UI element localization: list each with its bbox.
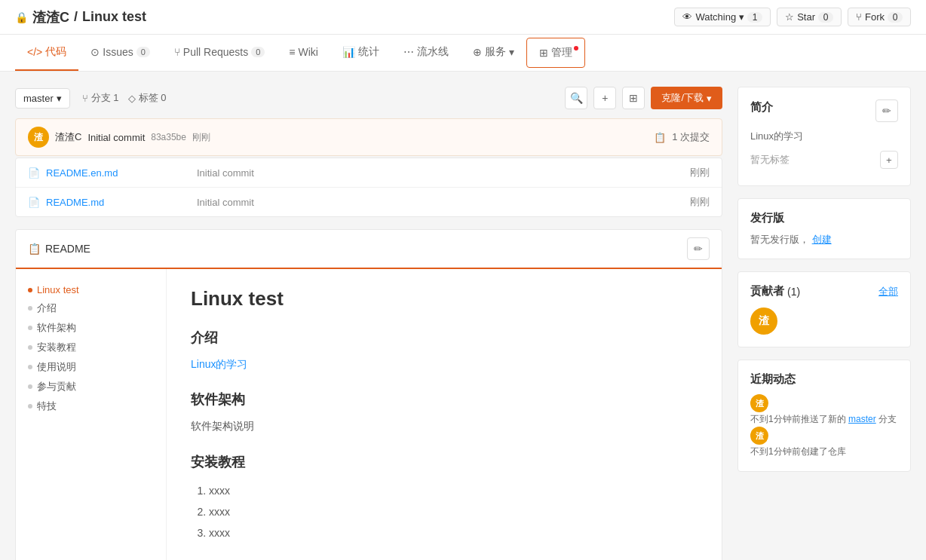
toc-bullet: [28, 384, 32, 389]
clone-dropdown-icon: ▾: [707, 93, 712, 104]
commit-row: 渣 渣渣C Initial commit 83a35be 刚刚 📋 1 次提交: [15, 118, 722, 156]
commit-author: 渣渣C: [55, 130, 81, 144]
branch-bar: master ▾ ⑂ 分支 1 ◇ 标签 0 🔍: [15, 87, 722, 109]
contributors-header: 贡献者 (1) 全部: [750, 284, 898, 298]
activity-branch-link[interactable]: master: [848, 414, 876, 424]
table-row: 📄 README.en.md Initial commit 刚刚: [16, 158, 722, 188]
issues-badge: 0: [136, 47, 150, 57]
toc-bullet: [28, 404, 32, 409]
readme-section3-title: 安装教程: [191, 453, 698, 471]
toc-item-linux-test[interactable]: Linux test: [28, 281, 154, 298]
fork-icon: ⑂: [856, 11, 862, 23]
file-name[interactable]: README.md: [46, 197, 197, 208]
search-button[interactable]: 🔍: [565, 87, 587, 109]
fork-button[interactable]: ⑂ Fork 0: [848, 8, 911, 26]
add-tag-button[interactable]: +: [880, 151, 898, 169]
commit-author-avatar: 渣: [28, 127, 49, 148]
readme-section2-text: 软件架构说明: [191, 418, 698, 434]
toc-label: 使用说明: [37, 360, 76, 374]
intro-edit-button[interactable]: ✏: [875, 99, 898, 122]
list-item: xxxx: [209, 480, 698, 501]
readme-content: Linux test 介绍 Linux的学习 软件架构 软件架构说明 安装教程 …: [167, 269, 722, 560]
manage-red-dot: [574, 46, 578, 50]
readme-icon: 📋: [28, 243, 41, 255]
pr-icon: ⑂: [174, 46, 180, 58]
sidebar-release-title: 发行版: [750, 211, 898, 225]
tab-code[interactable]: </> 代码: [15, 35, 78, 71]
branch-icon: ⑂: [82, 93, 88, 104]
list-item: xxxx: [209, 501, 698, 522]
sidebar-contributors: 贡献者 (1) 全部 渣: [737, 271, 911, 347]
toc-item-arch[interactable]: 软件架构: [28, 318, 154, 338]
tab-stats[interactable]: 📊 统计: [330, 35, 391, 71]
view-button[interactable]: ⊞: [622, 87, 645, 109]
file-time: 刚刚: [690, 166, 710, 179]
commit-right: 📋 1 次提交: [654, 130, 710, 144]
star-button[interactable]: ☆ Star 0: [777, 8, 842, 26]
repo-name-link[interactable]: Linux test: [82, 9, 146, 25]
lock-icon: 🔒: [15, 11, 28, 23]
sidebar-intro: 简介 ✏ Linux的学习 暂无标签 +: [737, 87, 911, 186]
toc-item-install[interactable]: 安装教程: [28, 338, 154, 357]
repo-owner-link[interactable]: 渣渣C: [32, 8, 69, 26]
eye-icon: 👁: [682, 11, 692, 23]
file-commit: Initial commit: [197, 167, 690, 179]
toc-item-special[interactable]: 特技: [28, 396, 154, 416]
top-actions: 👁 Watching ▾ 1 ☆ Star 0 ⑂ Fork 0: [674, 8, 911, 26]
file-icon: 📄: [28, 167, 40, 179]
tab-pipeline[interactable]: ⋯ 流水线: [391, 35, 461, 71]
contributors-count: (1): [787, 286, 800, 298]
right-panel: 简介 ✏ Linux的学习 暂无标签 + 发行版 暂无发行版， 创建: [737, 87, 911, 560]
commit-hash[interactable]: 83a35be: [151, 132, 186, 142]
readme-edit-button[interactable]: ✏: [687, 237, 710, 260]
grid-icon: ⊞: [629, 92, 638, 104]
tab-manage-label: 管理: [551, 46, 572, 60]
file-list: 📄 README.en.md Initial commit 刚刚 📄 READM…: [15, 158, 722, 217]
contributor-avatar[interactable]: 渣: [750, 308, 777, 335]
plus-icon: +: [602, 92, 608, 104]
toc-item-usage[interactable]: 使用说明: [28, 357, 154, 377]
toc-item-intro[interactable]: 介绍: [28, 298, 154, 318]
issues-icon: ⊙: [90, 46, 100, 58]
watching-dropdown-icon: ▾: [739, 11, 744, 23]
tab-wiki-label: Wiki: [299, 46, 318, 58]
commit-count: 1 次提交: [672, 130, 710, 144]
branch-select[interactable]: master ▾: [15, 88, 70, 109]
toc-item-contrib[interactable]: 参与贡献: [28, 377, 154, 396]
readme-section: 📋 README ✏ Linux test 介绍: [15, 229, 722, 560]
sidebar-tags-row: 暂无标签 +: [750, 151, 898, 169]
sidebar-no-release: 暂无发行版， 创建: [750, 233, 898, 246]
tab-pr[interactable]: ⑂ Pull Requests 0: [162, 35, 277, 70]
watching-button[interactable]: 👁 Watching ▾ 1: [674, 8, 771, 26]
tab-service[interactable]: ⊕ 服务 ▾: [461, 35, 526, 71]
branch-left: master ▾ ⑂ 分支 1 ◇ 标签 0: [15, 88, 166, 109]
star-count: 0: [818, 12, 833, 23]
toc-label: 参与贡献: [37, 380, 76, 393]
star-icon: ☆: [785, 11, 794, 23]
add-button[interactable]: +: [593, 87, 616, 109]
commit-time: 刚刚: [192, 131, 210, 144]
watching-count: 1: [747, 12, 762, 23]
readme-link[interactable]: Linux的学习: [191, 358, 247, 370]
file-time: 刚刚: [690, 195, 710, 209]
readme-title-text: README: [45, 243, 90, 255]
clone-download-button[interactable]: 克隆/下载 ▾: [651, 87, 722, 109]
tab-wiki[interactable]: ≡ Wiki: [277, 35, 330, 70]
stats-icon: 📊: [342, 46, 355, 58]
activity-text: 不到1分钟前创建了仓库: [750, 445, 898, 459]
readme-header: 📋 README ✏: [16, 230, 722, 269]
tab-manage[interactable]: ⊞ 管理: [526, 38, 585, 68]
fork-label: Fork: [865, 11, 885, 23]
file-name[interactable]: README.en.md: [46, 167, 197, 179]
code-icon: </>: [27, 46, 42, 58]
toc-bullet: [28, 345, 32, 350]
main-container: master ▾ ⑂ 分支 1 ◇ 标签 0 🔍: [0, 72, 926, 560]
clone-label: 克隆/下载: [661, 91, 704, 105]
toc-bullet: [28, 326, 32, 330]
contributors-all-link[interactable]: 全部: [878, 285, 898, 298]
branch-right: 🔍 + ⊞ 克隆/下载 ▾: [565, 87, 722, 109]
create-release-link[interactable]: 创建: [812, 234, 832, 245]
separator: /: [74, 9, 78, 25]
contributors-title: 贡献者: [750, 284, 784, 298]
tab-issues[interactable]: ⊙ Issues 0: [78, 35, 162, 70]
